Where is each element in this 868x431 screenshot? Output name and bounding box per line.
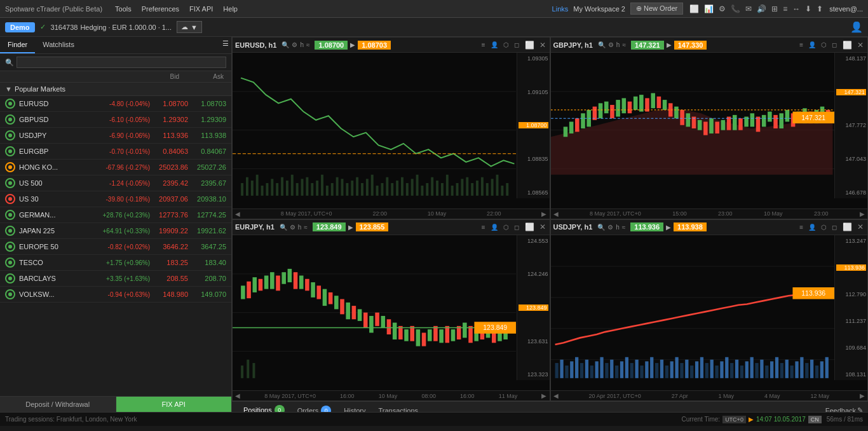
list-item[interactable]: HONG KO... -67.96 (-0.27%) 25023.86 2502… (0, 160, 231, 175)
menu-fix-api[interactable]: FIX API (184, 0, 218, 18)
arrow-icon[interactable]: ↔ (791, 3, 801, 15)
tab-watchlists[interactable]: Watchlists (35, 37, 82, 53)
chart-usdjpy-tool4[interactable]: ◻ (830, 223, 839, 231)
menu-tools[interactable]: Tools (110, 0, 137, 18)
tab-history[interactable]: History (337, 404, 372, 412)
svg-rect-143 (387, 319, 391, 334)
chart-eurusd-tool4[interactable]: ◻ (512, 41, 521, 49)
chart-gbpjpy-settings-icon[interactable]: ⚙ (608, 41, 614, 48)
svg-rect-193 (650, 357, 653, 378)
chart-gbpjpy-tool1[interactable]: ≡ (797, 41, 805, 49)
tab-positions[interactable]: Positions 0 (237, 402, 291, 412)
workspace-selector[interactable]: My Workspace 2 (573, 5, 625, 13)
chart-eurjpy-tool1[interactable]: ≡ (480, 223, 487, 231)
chart-eurjpy-tool4[interactable]: ◻ (512, 223, 521, 231)
tab-finder[interactable]: Finder (0, 37, 35, 53)
sidebar-options-icon[interactable]: ☰ (220, 37, 231, 53)
search-input[interactable] (17, 57, 226, 68)
list-item[interactable]: USDJPY -6.90 (-0.06%) 113.936 113.938 (0, 128, 231, 144)
feedback-button[interactable]: Feedback ✎ (825, 406, 863, 412)
upload-icon[interactable]: ⬆ (815, 3, 824, 15)
menu-preferences[interactable]: Preferences (137, 0, 184, 18)
chart-eurjpy-max-icon[interactable]: ⬜ (524, 222, 536, 231)
list-item[interactable]: US 500 -1.24 (-0.05%) 2395.42 2395.67 (0, 175, 231, 191)
links-button[interactable]: Links (552, 5, 569, 13)
chart-eurjpy-prev[interactable]: ◀ (235, 392, 240, 399)
list-item[interactable]: US 30 -39.80 (-0.18%) 20937.06 20938.10 (0, 191, 231, 207)
chart-usdjpy-tool1[interactable]: ≡ (797, 223, 805, 231)
chart-usdjpy-max-icon[interactable]: ⬜ (841, 222, 853, 231)
chart-eurusd-tool2[interactable]: 👤 (489, 41, 500, 49)
settings-icon[interactable]: ⚙ (717, 3, 727, 15)
chart-eurjpy-close-icon[interactable]: ✕ (538, 222, 547, 231)
new-order-button-top[interactable]: ⊕ New Order (630, 3, 683, 15)
deposit-button[interactable]: Deposit / Withdrawal (0, 397, 116, 412)
market-name: TESCO (19, 259, 93, 266)
tab-orders[interactable]: Orders 0 (291, 403, 338, 412)
tab-transactions[interactable]: Transactions (372, 404, 425, 412)
monitor-icon[interactable]: ⬜ (688, 3, 700, 15)
chart-usdjpy-tool2[interactable]: 👤 (806, 223, 818, 231)
chart-eurusd-close-icon[interactable]: ✕ (538, 41, 547, 50)
chart-gbpjpy-next[interactable]: ▶ (860, 210, 865, 217)
market-name: GERMAN... (19, 211, 93, 219)
market-group-header[interactable]: ▼ Popular Markets (0, 83, 231, 96)
chart-usdjpy-next[interactable]: ▶ (860, 392, 865, 399)
chart-eurusd-settings-icon[interactable]: ⚙ (292, 41, 297, 48)
chart-eurusd-zoom-icon[interactable]: 🔍 (281, 41, 289, 48)
market-icon (5, 194, 15, 204)
chart-usdjpy-wave-icon: ≈ (622, 224, 626, 231)
list-item[interactable]: VOLKSW... -0.94 (+0.63%) 148.980 149.070 (0, 287, 231, 303)
menu-help[interactable]: Help (218, 0, 243, 18)
chart-eurjpy-settings-icon[interactable]: ⚙ (290, 224, 295, 231)
chart-eurjpy-zoom-icon[interactable]: 🔍 (280, 224, 287, 231)
chart-usdjpy-tool3[interactable]: ⬡ (819, 223, 829, 231)
chart-gbpjpy-price2: 147.330 (674, 41, 707, 50)
chart-gbpjpy-tool2[interactable]: 👤 (806, 41, 818, 49)
chart-gbpjpy-tool3[interactable]: ⬡ (819, 41, 829, 49)
mail-icon[interactable]: ✉ (744, 3, 753, 15)
fix-api-button[interactable]: FIX API (116, 397, 232, 412)
chart-usdjpy-close-icon[interactable]: ✕ (856, 222, 865, 231)
list-item[interactable]: TESCO +1.75 (+0.96%) 183.25 183.40 (0, 255, 231, 271)
chart-eurjpy-tool2[interactable]: 👤 (489, 223, 500, 231)
speaker-icon[interactable]: 🔊 (756, 3, 768, 15)
chart-eurusd-max-icon[interactable]: ⬜ (524, 41, 536, 50)
list-item[interactable]: BARCLAYS +3.35 (+1.63%) 208.55 208.70 (0, 271, 231, 287)
chart-gbpjpy-tool4[interactable]: ◻ (830, 41, 839, 49)
chart-eurusd-tool3[interactable]: ⬡ (501, 41, 511, 49)
phone-icon[interactable]: 📞 (729, 3, 742, 15)
list-item[interactable]: JAPAN 225 +64.91 (+0.33%) 19909.22 19921… (0, 223, 231, 239)
chart-icon[interactable]: 📊 (703, 3, 715, 15)
chart-eurusd-next[interactable]: ▶ (541, 210, 546, 217)
grid-icon[interactable]: ⊞ (770, 3, 779, 15)
chart-eurjpy-tool3[interactable]: ⬡ (501, 223, 511, 231)
market-icon (5, 146, 15, 156)
list-item[interactable]: EURUSD -4.80 (-0.04%) 1.08700 1.08703 (0, 96, 231, 112)
chart-eurusd-prev[interactable]: ◀ (235, 210, 240, 217)
latency-text: 56ms / 81ms (827, 416, 863, 423)
chart-gbpjpy-max-icon[interactable]: ⬜ (841, 41, 853, 50)
chart-eurusd-tool1[interactable]: ≡ (480, 41, 487, 49)
chart-gbpjpy-zoom-icon[interactable]: 🔍 (598, 41, 606, 48)
download-icon[interactable]: ⬇ (804, 3, 813, 15)
chart-eurjpy-next[interactable]: ▶ (541, 392, 546, 399)
svg-rect-151 (433, 326, 438, 341)
chart-usdjpy-prev[interactable]: ◀ (553, 392, 559, 399)
chart-gbpjpy-prev[interactable]: ◀ (553, 210, 559, 217)
chart-usdjpy-settings-icon[interactable]: ⚙ (607, 224, 613, 231)
svg-rect-26 (356, 177, 358, 196)
account-dropdown[interactable]: ☁ ▼ (177, 21, 202, 33)
svg-rect-148 (416, 329, 421, 346)
list-item[interactable]: GERMAN... +28.76 (+0.23%) 12773.76 12774… (0, 207, 231, 223)
list-item[interactable]: GBPUSD -6.10 (-0.05%) 1.29302 1.29309 (0, 112, 231, 128)
list-item[interactable]: EUROPE 50 -0.82 (+0.02%) 3646.22 3647.25 (0, 239, 231, 255)
list-item[interactable]: EURGBP -0.70 (-0.01%) 0.84063 0.84067 (0, 144, 231, 160)
avatar-icon[interactable]: 👤 (850, 22, 863, 32)
svg-rect-131 (316, 285, 321, 299)
chart-gbpjpy-close-icon[interactable]: ✕ (856, 41, 865, 50)
list-icon[interactable]: ≡ (782, 3, 789, 15)
usdjpy-p3: 111.237 (836, 318, 866, 324)
svg-rect-11 (281, 177, 283, 196)
chart-usdjpy-zoom-icon[interactable]: 🔍 (597, 224, 605, 231)
